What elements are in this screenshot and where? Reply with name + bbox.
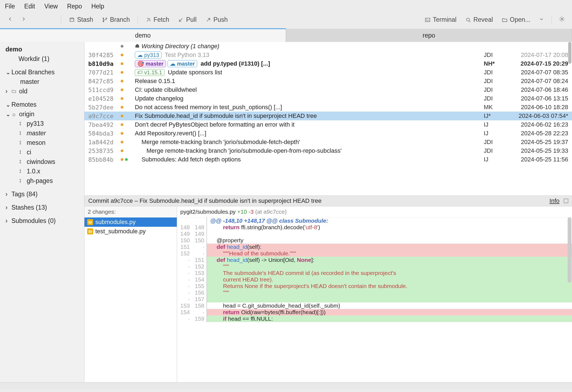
svg-point-19: [20, 170, 21, 170]
home-icon[interactable]: [32, 14, 43, 25]
commit-row[interactable]: 511ccd9 CI: update cibuildwheelJDI2024-0…: [84, 85, 572, 94]
menu-file[interactable]: File: [5, 3, 15, 10]
sidebar-remote-origin[interactable]: ⌄origin: [0, 109, 84, 119]
fetch-button[interactable]: Fetch: [142, 14, 173, 25]
commit-list: Working Directory (1 change) 30f4285☁ py…: [84, 42, 572, 196]
diff-line[interactable]: @@ -148,10 +148,17 @@ class Submodule:: [177, 218, 572, 224]
commit-row[interactable]: 1a8442d Merge remote-tracking branch 'jo…: [84, 138, 572, 146]
commit-row[interactable]: 584bda3 Add Repository.revert() [...]IJ2…: [84, 129, 572, 138]
diff-line[interactable]: 150150 @property: [177, 237, 572, 244]
commit-row[interactable]: 5b27dee Do not access freed memory in te…: [84, 103, 572, 112]
diff-line[interactable]: 151· def head_id(self):: [177, 244, 572, 250]
file-test-submodule[interactable]: Mtest_submodule.py: [84, 227, 177, 236]
changed-files: 2 changes: Msubmodules.py Mtest_submodul…: [84, 206, 177, 382]
commit-detail-header: Commit a9c7cce – Fix Submodule.head_id i…: [84, 196, 572, 206]
svg-point-8: [14, 80, 16, 82]
sidebar-tags[interactable]: ›Tags (84): [0, 189, 84, 199]
diff-line[interactable]: 152· """Head of the submodule.""": [177, 250, 572, 257]
branch-button[interactable]: Branch: [99, 14, 133, 25]
svg-point-16: [20, 153, 21, 154]
diff-line[interactable]: 154· return Oid(raw=bytes(ffi.buffer(hea…: [177, 309, 572, 316]
tab-demo[interactable]: demo: [0, 28, 286, 42]
open-button[interactable]: Open...: [498, 14, 534, 25]
diff-line[interactable]: ·155 Returns None if the superproject's …: [177, 283, 572, 289]
diff-line[interactable]: ·153 The submodule's HEAD commit id (as …: [177, 270, 572, 276]
svg-point-11: [20, 131, 21, 132]
diff-line[interactable]: ·159 if head == ffi.NULL:: [177, 316, 572, 322]
diff-line[interactable]: 149149: [177, 231, 572, 237]
commit-row[interactable]: a9c7cce Fix Submodule.head_id if submodu…: [84, 112, 572, 120]
commit-row[interactable]: e104528 Update changelogJDI2024-07-06 13…: [84, 94, 572, 103]
sidebar-remote-branch-gh-pages[interactable]: gh-pages: [0, 176, 84, 186]
svg-point-9: [20, 122, 21, 123]
svg-point-13: [20, 141, 21, 142]
sidebar-branch-master[interactable]: master: [0, 77, 84, 87]
working-directory-row[interactable]: Working Directory (1 change): [84, 42, 572, 51]
diff-line[interactable]: 148148 return ffi.string(branch).decode(…: [177, 224, 572, 231]
diff-line[interactable]: ·157: [177, 296, 572, 302]
sidebar-stashes[interactable]: ›Stashes (13): [0, 203, 84, 212]
sidebar-remote-branch-master[interactable]: master: [0, 128, 84, 138]
diff-line[interactable]: ·156 """: [177, 289, 572, 296]
sidebar-remote-branch-meson[interactable]: meson: [0, 138, 84, 148]
nav-back[interactable]: [4, 14, 16, 25]
sidebar-remote-branch-ci[interactable]: ci: [0, 148, 84, 157]
sidebar-workdir[interactable]: Workdir (1): [0, 54, 84, 64]
commit-scrollbar[interactable]: [568, 42, 571, 64]
svg-point-14: [20, 143, 21, 144]
push-button[interactable]: Push: [202, 14, 231, 25]
terminal-button[interactable]: Terminal: [421, 14, 460, 25]
sidebar: demo Workdir (1) ⌄Local Branches master …: [0, 42, 84, 382]
info-link[interactable]: Info: [549, 197, 559, 204]
svg-rect-5: [425, 18, 430, 22]
menu-edit[interactable]: Edit: [24, 3, 35, 10]
svg-rect-1: [70, 19, 74, 21]
menu-help[interactable]: Help: [91, 3, 104, 10]
menu-view[interactable]: View: [44, 3, 58, 10]
diff-scrollbar[interactable]: [568, 217, 571, 283]
sidebar-remotes[interactable]: ⌄Remotes: [0, 100, 84, 109]
commit-row[interactable]: 7bea492 Don't decref PyBytesObject befor…: [84, 120, 572, 129]
svg-point-0: [50, 17, 52, 19]
sidebar-remote-branch-1.0.x[interactable]: 1.0.x: [0, 167, 84, 176]
diff-line[interactable]: 153158 head = C.git_submodule_head_id(se…: [177, 302, 572, 309]
detail-toggle-icon[interactable]: [564, 199, 568, 203]
modified-badge-icon: M: [87, 228, 93, 234]
changes-count: 2 changes:: [84, 206, 177, 218]
tab-repo[interactable]: repo: [286, 29, 572, 42]
reveal-button[interactable]: Reveal: [462, 14, 496, 25]
svg-point-7: [561, 18, 563, 20]
menubar: File Edit View Repo Help: [0, 0, 572, 13]
sidebar-local-branches[interactable]: ⌄Local Branches: [0, 68, 84, 77]
open-dropdown-icon[interactable]: [536, 14, 547, 25]
svg-point-10: [20, 124, 21, 125]
commit-row[interactable]: 2538735 Merge remote-tracking branch 'jo…: [84, 146, 572, 155]
commit-row[interactable]: 85bb84b Submodules: Add fetch depth opti…: [84, 155, 572, 164]
file-submodules[interactable]: Msubmodules.py: [84, 218, 177, 227]
sidebar-submodules[interactable]: ›Submodules (0): [0, 216, 84, 226]
nav-forward[interactable]: [18, 14, 29, 25]
sidebar-remote-branch-py313[interactable]: py313: [0, 119, 84, 128]
sidebar-remote-branch-ciwindows[interactable]: ciwindows: [0, 157, 84, 167]
svg-point-15: [20, 151, 21, 151]
repo-tabs: demo repo: [0, 29, 572, 42]
sidebar-repo-name: demo: [0, 45, 84, 54]
diff-line[interactable]: ·151 def head_id(self) -> Union[Oid, Non…: [177, 257, 572, 263]
svg-point-2: [103, 18, 104, 19]
commit-row[interactable]: b810d9a🎯 master☁ master add py.typed (#1…: [84, 59, 572, 68]
svg-point-21: [20, 179, 21, 180]
commit-row[interactable]: 8427c85 Release 0.15.1JDI2024-07-07 08:2…: [84, 77, 572, 85]
diff-view: pygit2/submodules.py +10 -3 (at a9c7cce)…: [177, 206, 572, 382]
svg-point-20: [20, 172, 21, 173]
sidebar-folder-old[interactable]: ›old: [0, 87, 84, 96]
commit-row[interactable]: 30f4285☁ py313 Test Python 3.13JDI2024-0…: [84, 51, 572, 59]
diff-line[interactable]: ·154 current HEAD tree).: [177, 276, 572, 283]
gear-icon[interactable]: [556, 14, 568, 25]
pull-button[interactable]: Pull: [175, 14, 200, 25]
stash-button[interactable]: Stash: [66, 14, 96, 25]
commit-row[interactable]: 7077d21🏷 v1.15.1 Update sponsors listJDI…: [84, 68, 572, 77]
diff-line[interactable]: ·152 """: [177, 263, 572, 270]
svg-point-18: [20, 163, 21, 163]
head-icon[interactable]: [45, 14, 57, 25]
menu-repo[interactable]: Repo: [67, 3, 82, 10]
